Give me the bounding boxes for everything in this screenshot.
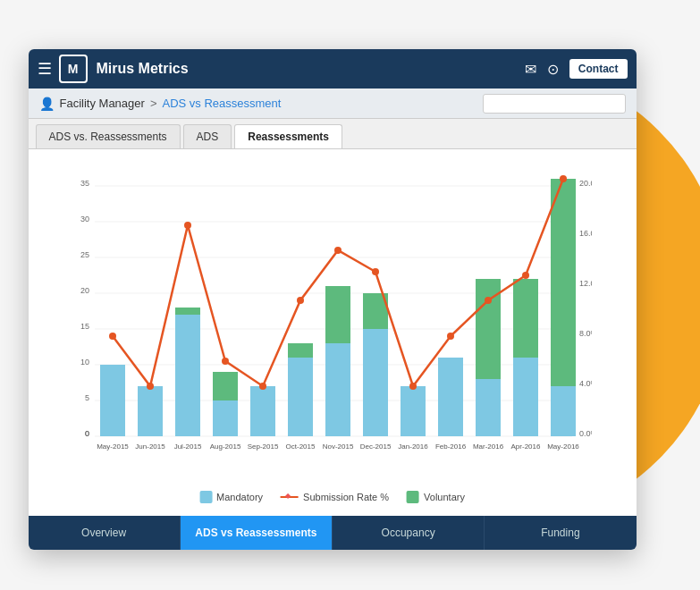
rate-dot-5 (297, 297, 304, 304)
rate-dot-10 (485, 297, 492, 304)
svg-text:Aug-2015: Aug-2015 (209, 442, 240, 451)
app-title: Mirus Metrics (97, 61, 525, 77)
mandatory-color-swatch (199, 491, 212, 503)
mail-icon[interactable]: ✉ (525, 61, 536, 78)
bar-voluntary-5 (288, 343, 313, 358)
bar-mandatory-9 (438, 358, 463, 436)
bar-mandatory-5 (288, 358, 313, 436)
rate-dot-8 (409, 383, 417, 390)
svg-text:20: 20 (80, 286, 89, 295)
svg-text:10: 10 (80, 358, 89, 367)
bar-mandatory-12 (551, 386, 576, 436)
svg-text:Oct-2015: Oct-2015 (285, 442, 315, 451)
nav-icons: ✉ ⊙ Contact (525, 59, 628, 79)
svg-text:30: 30 (80, 215, 89, 223)
legend-rate: Submission Rate % (281, 492, 389, 502)
chart-area: 0 5 10 15 20 25 30 35 0 0.0% 4.0% 8.0% 1… (29, 149, 637, 516)
voluntary-color-swatch (407, 491, 419, 503)
breadcrumb-dropdown[interactable] (483, 94, 626, 114)
svg-text:20.0%: 20.0% (579, 179, 592, 188)
bottom-nav-occupancy[interactable]: Occupancy (333, 516, 485, 550)
rate-dot-7 (372, 268, 379, 275)
rate-dot-6 (334, 247, 342, 254)
svg-text:25: 25 (80, 250, 89, 259)
bar-mandatory-8 (401, 386, 426, 436)
legend-mandatory: Mandatory (199, 491, 263, 503)
svg-text:May-2016: May-2016 (547, 442, 579, 451)
bottom-nav-overview[interactable]: Overview (29, 516, 181, 550)
svg-text:Jun-2015: Jun-2015 (135, 442, 165, 451)
bar-mandatory-0 (100, 365, 125, 436)
breadcrumb-separator: > (150, 97, 157, 110)
tab-reassessments[interactable]: Reassessments (234, 124, 342, 148)
voluntary-label: Voluntary (424, 492, 465, 502)
svg-text:4.0%: 4.0% (579, 379, 592, 388)
rate-dot-12 (560, 175, 567, 182)
tab-ads[interactable]: ADS (183, 124, 232, 148)
svg-text:Mar-2016: Mar-2016 (472, 442, 503, 451)
breadcrumb-root: Facility Manager (60, 97, 145, 110)
bar-mandatory-6 (325, 343, 350, 436)
bar-mandatory-10 (476, 379, 501, 436)
svg-text:16.0%: 16.0% (579, 229, 592, 238)
svg-text:Jan-2016: Jan-2016 (398, 442, 428, 451)
tabs-bar: ADS vs. Reassessments ADS Reassessments (29, 119, 637, 149)
bottom-nav-ads-reassessments[interactable]: ADS vs Reassessments (181, 516, 333, 550)
bar-voluntary-11 (513, 279, 538, 358)
svg-text:5: 5 (84, 393, 89, 402)
rate-dot-9 (447, 333, 454, 340)
breadcrumb-current[interactable]: ADS vs Reassessment (162, 97, 281, 110)
app-logo: M (59, 55, 88, 83)
svg-text:12.0%: 12.0% (579, 279, 592, 288)
bottom-nav: Overview ADS vs Reassessments Occupancy … (29, 516, 637, 550)
legend-voluntary: Voluntary (407, 491, 465, 503)
bar-voluntary-6 (325, 286, 350, 343)
svg-text:May-2015: May-2015 (97, 442, 129, 451)
rate-dot-3 (222, 358, 229, 365)
rate-dot-11 (522, 272, 529, 279)
contact-button[interactable]: Contact (569, 59, 628, 79)
svg-text:15: 15 (80, 322, 89, 331)
bar-mandatory-11 (513, 358, 538, 436)
rate-dot-2 (184, 222, 191, 229)
svg-text:Feb-2016: Feb-2016 (434, 442, 466, 451)
bar-mandatory-7 (363, 329, 388, 436)
bottom-nav-funding[interactable]: Funding (485, 516, 636, 550)
rate-dot-0 (109, 333, 116, 340)
help-icon[interactable]: ⊙ (547, 61, 559, 78)
svg-text:Sep-2015: Sep-2015 (247, 442, 278, 451)
bar-voluntary-2 (175, 308, 200, 315)
svg-text:35: 35 (80, 179, 89, 188)
bar-voluntary-12 (551, 179, 576, 386)
rate-dot-4 (259, 383, 266, 390)
top-nav: ☰ M Mirus Metrics ✉ ⊙ Contact (29, 49, 637, 88)
bar-mandatory-4 (250, 386, 275, 436)
rate-dot-1 (147, 383, 154, 390)
app-window: ☰ M Mirus Metrics ✉ ⊙ Contact 👤 Facility… (29, 49, 637, 550)
hamburger-icon[interactable]: ☰ (38, 59, 52, 79)
chart-svg: 0 5 10 15 20 25 30 35 0 0.0% 4.0% 8.0% 1… (73, 164, 592, 462)
rate-line-legend (281, 496, 299, 498)
svg-text:8.0%: 8.0% (579, 329, 592, 338)
mandatory-label: Mandatory (216, 492, 263, 502)
svg-text:Apr-2016: Apr-2016 (510, 442, 540, 451)
bar-voluntary-3 (213, 372, 238, 400)
svg-text:0.0%: 0.0% (579, 429, 592, 438)
rate-label: Submission Rate % (303, 492, 389, 502)
svg-text:Jul-2015: Jul-2015 (173, 442, 201, 451)
bar-mandatory-2 (175, 315, 200, 436)
bar-mandatory-3 (213, 400, 238, 436)
chart-legend: Mandatory Submission Rate % Voluntary (199, 491, 465, 503)
breadcrumb-bar: 👤 Facility Manager > ADS vs Reassessment (29, 88, 637, 119)
bar-mandatory-1 (138, 386, 163, 436)
user-icon: 👤 (39, 97, 55, 111)
svg-text:Dec-2015: Dec-2015 (359, 442, 391, 451)
svg-text:0: 0 (84, 429, 89, 438)
tab-ads-vs-reassessments[interactable]: ADS vs. Reassessments (36, 124, 181, 148)
svg-text:Nov-2015: Nov-2015 (322, 442, 353, 451)
